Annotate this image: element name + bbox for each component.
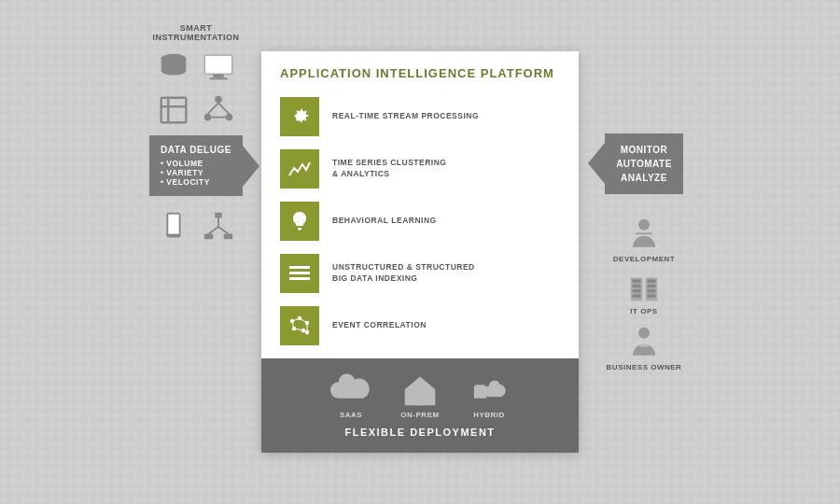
data-deluge-title: DATA DELUGE bbox=[161, 145, 231, 155]
left-panel: SMART INSTRUMENTATION bbox=[140, 23, 252, 245]
lines-icon-box bbox=[280, 254, 319, 293]
platform-item-behavioral: BEHAVIORAL LEARNING bbox=[280, 198, 560, 245]
svg-rect-41 bbox=[474, 386, 486, 399]
right-panel: MONITOR AUTOMATE ANALYZE DEVELOPMENT bbox=[588, 133, 700, 371]
onprem-label: ON-PREM bbox=[400, 411, 439, 419]
gear-icon-box bbox=[280, 97, 319, 136]
smart-instrumentation-label: SMART INSTRUMENTATION bbox=[140, 23, 252, 42]
platform-item-event: EVENT CORRELATION bbox=[280, 302, 560, 349]
svg-point-43 bbox=[638, 218, 650, 230]
svg-rect-46 bbox=[633, 279, 641, 283]
businessowner-item: BUSINESS OWNER bbox=[607, 327, 682, 371]
bottom-icons-row bbox=[156, 209, 236, 245]
svg-rect-21 bbox=[224, 234, 233, 240]
bulb-icon-box bbox=[280, 202, 319, 241]
platform-item-stream: REAL-TIME STREAM PROCESSING bbox=[280, 93, 560, 140]
behavioral-text: BEHAVIORAL LEARNING bbox=[332, 216, 437, 227]
platform-top: APPLICATION INTELLIGENCE PLATFORM REAL-T… bbox=[261, 51, 579, 358]
platform-container: APPLICATION INTELLIGENCE PLATFORM REAL-T… bbox=[261, 51, 579, 453]
data-deluge-box: DATA DELUGE VOLUME VARIETY VELOCITY bbox=[149, 135, 243, 196]
monitor-line3: ANALYZE bbox=[616, 171, 672, 185]
svg-point-18 bbox=[173, 234, 175, 237]
svg-rect-47 bbox=[633, 284, 641, 287]
svg-point-2 bbox=[161, 66, 187, 76]
svg-rect-52 bbox=[648, 284, 656, 287]
top-icons-row bbox=[156, 49, 236, 85]
svg-point-10 bbox=[215, 96, 222, 104]
chart-icon-box bbox=[280, 149, 319, 189]
svg-rect-49 bbox=[633, 294, 641, 298]
svg-line-23 bbox=[209, 227, 218, 234]
hybrid-item: HYBRID bbox=[469, 373, 510, 419]
platform-items: REAL-TIME STREAM PROCESSING TIME SERIES … bbox=[280, 93, 560, 349]
svg-rect-26 bbox=[289, 272, 310, 274]
bigdata-text: UNSTRUCTURED & STRUCTUREDBIG DATA INDEXI… bbox=[332, 262, 475, 285]
platform-bottom: SAAS ON-PREM HY bbox=[261, 358, 579, 453]
svg-rect-6 bbox=[205, 56, 232, 74]
deployment-icons-row: SAAS ON-PREM HY bbox=[330, 373, 510, 419]
list-item: VELOCITY bbox=[161, 177, 231, 187]
svg-rect-25 bbox=[289, 266, 310, 269]
svg-rect-40 bbox=[414, 394, 426, 405]
saas-item: SAAS bbox=[330, 373, 371, 419]
svg-rect-7 bbox=[161, 98, 187, 123]
itops-label: IT OPS bbox=[630, 307, 657, 315]
list-item: VARIETY bbox=[161, 168, 231, 177]
hybrid-label: HYBRID bbox=[473, 411, 505, 419]
svg-rect-42 bbox=[475, 385, 484, 387]
svg-rect-44 bbox=[636, 232, 651, 234]
svg-rect-51 bbox=[648, 279, 656, 283]
platform-item-bigdata: UNSTRUCTURED & STRUCTUREDBIG DATA INDEXI… bbox=[280, 250, 560, 297]
monitor-box: MONITOR AUTOMATE ANALYZE bbox=[605, 133, 683, 194]
middle-icons-row bbox=[156, 92, 236, 128]
svg-point-11 bbox=[204, 114, 212, 121]
svg-line-24 bbox=[218, 227, 228, 234]
data-deluge-list: VOLUME VARIETY VELOCITY bbox=[161, 159, 231, 187]
monitor-line2: AUTOMATE bbox=[616, 157, 672, 171]
phone-icon bbox=[156, 209, 191, 245]
svg-rect-53 bbox=[648, 289, 656, 293]
svg-rect-19 bbox=[215, 213, 222, 218]
svg-point-12 bbox=[226, 114, 233, 121]
businessowner-label: BUSINESS OWNER bbox=[607, 363, 682, 371]
monitor-icon bbox=[201, 49, 236, 85]
svg-rect-5 bbox=[210, 77, 228, 79]
monitor-line1: MONITOR bbox=[616, 143, 672, 157]
development-item: DEVELOPMENT bbox=[613, 218, 675, 263]
svg-point-55 bbox=[638, 327, 650, 338]
dots-icon-box bbox=[280, 306, 319, 345]
box-icon bbox=[156, 92, 191, 128]
svg-rect-27 bbox=[289, 277, 310, 280]
svg-rect-20 bbox=[204, 234, 214, 240]
saas-label: SAAS bbox=[340, 411, 362, 419]
network-icon bbox=[201, 92, 236, 128]
svg-rect-56 bbox=[639, 343, 649, 346]
svg-rect-4 bbox=[213, 75, 223, 78]
svg-rect-17 bbox=[168, 215, 178, 234]
right-icons-column: DEVELOPMENT IT OPS bbox=[607, 218, 682, 371]
platform-title: APPLICATION INTELLIGENCE PLATFORM bbox=[280, 66, 560, 80]
main-container: SMART INSTRUMENTATION bbox=[19, 14, 821, 490]
hierarchy-icon bbox=[201, 209, 236, 245]
platform-item-timeseries: TIME SERIES CLUSTERING& ANALYTICS bbox=[280, 146, 560, 192]
database-icon bbox=[156, 49, 191, 85]
svg-line-14 bbox=[218, 103, 229, 113]
svg-line-13 bbox=[208, 103, 218, 113]
stream-text: REAL-TIME STREAM PROCESSING bbox=[332, 111, 479, 122]
svg-rect-48 bbox=[633, 289, 641, 293]
svg-line-35 bbox=[300, 318, 307, 323]
svg-rect-54 bbox=[648, 294, 656, 298]
timeseries-text: TIME SERIES CLUSTERING& ANALYTICS bbox=[332, 158, 446, 180]
onprem-item: ON-PREM bbox=[399, 373, 441, 419]
development-label: DEVELOPMENT bbox=[613, 255, 675, 263]
flexible-deployment-label: FLEXIBLE DEPLOYMENT bbox=[344, 427, 495, 438]
list-item: VOLUME bbox=[161, 159, 231, 168]
itops-item: IT OPS bbox=[625, 274, 663, 315]
event-text: EVENT CORRELATION bbox=[332, 320, 427, 331]
